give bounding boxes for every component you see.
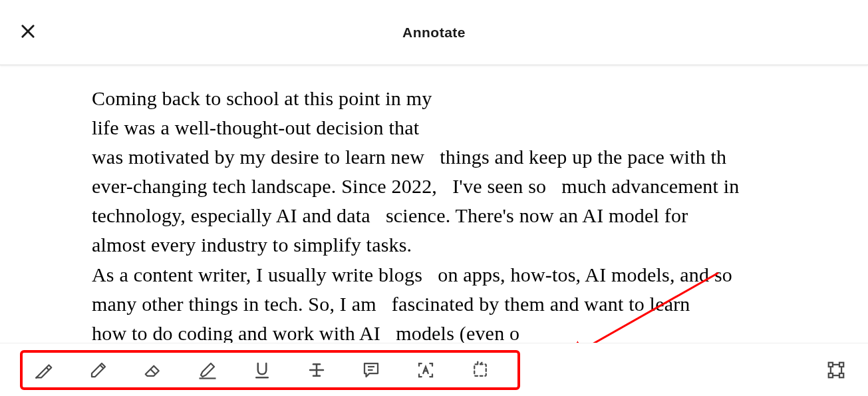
comment-button[interactable]: [359, 358, 383, 382]
document-content[interactable]: Coming back to school at this point in m…: [0, 65, 868, 343]
pen-marker-icon: [34, 360, 54, 380]
header: Annotate: [0, 0, 868, 65]
text-recognition-icon: [416, 360, 436, 380]
underline-icon: [252, 360, 272, 380]
crop-icon: [470, 360, 490, 380]
document-text: Coming back to school at this point in m…: [92, 84, 868, 343]
underline-button[interactable]: [250, 358, 274, 382]
crop-button[interactable]: [468, 358, 492, 382]
eraser-button[interactable]: [141, 358, 165, 382]
pen-marker-button[interactable]: [32, 358, 56, 382]
highlighter-icon: [198, 360, 217, 380]
pen-icon: [88, 360, 108, 380]
pen-button[interactable]: [86, 358, 110, 382]
svg-rect-14: [839, 373, 843, 377]
svg-rect-11: [829, 362, 833, 366]
close-button[interactable]: [19, 22, 37, 43]
tool-group-highlight: [20, 350, 520, 390]
svg-rect-12: [839, 362, 843, 366]
svg-rect-10: [474, 364, 486, 376]
page-title: Annotate: [0, 25, 868, 41]
strikethrough-icon: [307, 360, 327, 380]
shapes-button[interactable]: [824, 358, 848, 382]
eraser-icon: [143, 360, 163, 380]
strikethrough-button[interactable]: [305, 358, 329, 382]
close-icon: [19, 22, 37, 41]
comment-icon: [361, 360, 381, 380]
svg-rect-13: [829, 373, 833, 377]
shapes-icon: [826, 360, 846, 380]
highlighter-button[interactable]: [196, 358, 219, 382]
text-recognition-button[interactable]: [414, 358, 438, 382]
annotation-toolbar: [0, 343, 868, 396]
